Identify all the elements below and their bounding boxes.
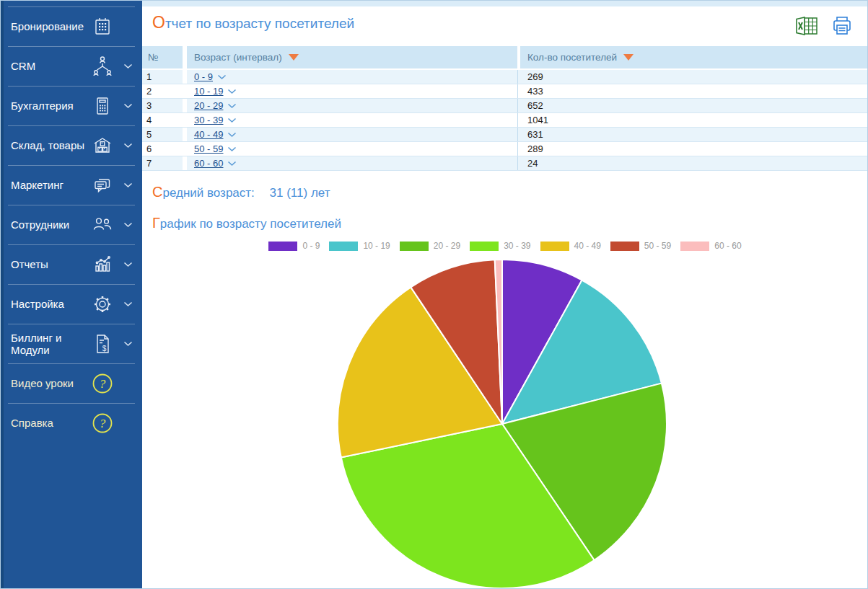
age-interval-cell: 10 - 19 (187, 84, 517, 98)
sidebar-item-label: Бронирование (11, 20, 86, 32)
gear-icon (86, 292, 119, 316)
legend-label: 40 - 49 (574, 241, 601, 251)
age-interval-link[interactable]: 50 - 59 (194, 143, 223, 154)
title-row: Отчет по возрасту посетителей (142, 6, 868, 37)
svg-text:?: ? (100, 377, 106, 391)
legend-swatch (540, 242, 569, 251)
sort-arrow-icon[interactable] (623, 54, 634, 61)
chevron-down-icon (119, 182, 136, 188)
sidebar-item-accounting[interactable]: Бухгалтерия (1, 87, 142, 125)
legend-swatch (470, 242, 499, 251)
visitor-count: 24 (520, 156, 868, 170)
org-chart-icon (86, 54, 119, 79)
chart-title: График по возрасту посетителей (152, 215, 868, 231)
average-age-row: Средний возраст: 31 (11) лет (152, 184, 868, 200)
legend-item: 0 - 9 (268, 241, 320, 251)
sidebar-item-help[interactable]: Справка? (1, 404, 142, 443)
chevron-down-icon[interactable] (227, 103, 237, 109)
age-interval-link[interactable]: 60 - 60 (194, 158, 223, 169)
column-header-visitor-count[interactable]: Кол-во посетителей (520, 46, 868, 68)
chevron-down-icon (119, 103, 136, 109)
sidebar-item-crm[interactable]: CRM (1, 47, 142, 86)
average-age-label: Средний возраст: (152, 186, 255, 200)
legend-label: 30 - 39 (504, 241, 530, 251)
chevron-down-icon[interactable] (227, 132, 237, 138)
age-interval-link[interactable]: 10 - 19 (194, 86, 223, 97)
sidebar-item-marketing[interactable]: Маркетинг (1, 166, 142, 205)
sidebar-item-label: Отчеты (11, 258, 86, 270)
page-title: Отчет по возрасту посетителей (152, 13, 354, 32)
sidebar-item-billing[interactable]: Биллинг и Модули$ (1, 324, 142, 363)
pie-chart-area (336, 258, 668, 588)
print-icon[interactable] (830, 15, 854, 37)
people-icon (86, 213, 119, 237)
sidebar-item-employees[interactable]: Сотрудники (1, 205, 142, 244)
sidebar-item-label: Бухгалтерия (11, 99, 86, 112)
table-row: 430 - 391041 (142, 113, 868, 128)
visitor-count: 433 (520, 84, 868, 98)
age-report-table: № Возраст (интервал) Кол-во посетителей … (142, 46, 868, 171)
svg-text:?: ? (100, 417, 106, 430)
sidebar: БронированиеCRMБухгалтерияСклад, товарыМ… (1, 1, 142, 588)
page-title-initial: О (152, 13, 165, 32)
table-row: 210 - 19433 (142, 84, 868, 99)
legend-label: 60 - 60 (714, 241, 741, 251)
sort-arrow-icon[interactable] (289, 54, 299, 61)
legend-swatch (329, 242, 358, 251)
age-interval-cell: 20 - 29 (187, 99, 517, 112)
legend-swatch (610, 242, 639, 251)
table-row: 650 - 59289 (142, 142, 868, 156)
legend-label: 20 - 29 (434, 241, 460, 251)
column-header-age-interval[interactable]: Возраст (интервал) (187, 46, 517, 68)
sidebar-item-warehouse[interactable]: Склад, товары (1, 126, 142, 165)
legend-item: 30 - 39 (470, 241, 530, 251)
legend-swatch (680, 242, 709, 251)
pie-chart[interactable] (336, 258, 668, 588)
chevron-down-icon (119, 341, 136, 347)
sidebar-item-label: Склад, товары (11, 139, 86, 151)
sidebar-item-label: Биллинг и Модули (11, 332, 86, 357)
chevron-down-icon[interactable] (227, 146, 237, 152)
table-row: 10 - 9269 (142, 70, 868, 84)
chevron-down-icon[interactable] (217, 74, 227, 80)
calendar-icon (86, 15, 119, 38)
question-icon: ? (86, 371, 119, 396)
age-interval-link[interactable]: 30 - 39 (194, 115, 223, 125)
row-number: 4 (142, 113, 183, 127)
age-interval-cell: 40 - 49 (187, 128, 517, 141)
calculator-icon (86, 94, 119, 118)
legend-item: 40 - 49 (540, 241, 601, 251)
age-interval-link[interactable]: 20 - 29 (194, 100, 223, 111)
sidebar-item-label: Настройка (11, 298, 86, 310)
age-interval-cell: 0 - 9 (187, 70, 517, 84)
sidebar-item-reports[interactable]: Отчеты (1, 245, 142, 284)
sidebar-item-video-lessons[interactable]: Видео уроки? (1, 364, 142, 403)
chevron-down-icon[interactable] (227, 161, 237, 167)
age-interval-link[interactable]: 0 - 9 (194, 71, 213, 82)
visitor-count: 269 (520, 70, 868, 84)
table-row: 320 - 29652 (142, 99, 868, 113)
row-number: 7 (142, 156, 183, 170)
legend-item: 20 - 29 (400, 241, 460, 251)
sidebar-item-booking[interactable]: Бронирование (1, 7, 142, 46)
row-number: 5 (142, 128, 183, 141)
sidebar-item-settings[interactable]: Настройка (1, 285, 142, 324)
table-body: 10 - 9269210 - 19433320 - 29652430 - 391… (142, 70, 868, 171)
chevron-down-icon (119, 143, 136, 149)
sidebar-item-label: Видео уроки (11, 377, 86, 389)
column-header-number: № (142, 46, 183, 68)
excel-export-icon[interactable] (794, 15, 819, 37)
chart-title-rest: рафик по возрасту посетителей (160, 217, 341, 231)
chevron-down-icon[interactable] (227, 118, 237, 123)
row-number: 6 (142, 142, 183, 156)
chevron-down-icon[interactable] (227, 89, 237, 94)
age-interval-cell: 60 - 60 (187, 156, 517, 170)
age-interval-cell: 30 - 39 (187, 113, 517, 127)
legend-label: 10 - 19 (363, 241, 390, 251)
table-header: № Возраст (интервал) Кол-во посетителей (142, 46, 868, 70)
question-icon: ? (86, 411, 119, 435)
app-window: БронированиеCRMБухгалтерияСклад, товарыМ… (0, 0, 868, 589)
row-number: 3 (142, 99, 183, 112)
age-interval-link[interactable]: 40 - 49 (194, 129, 223, 140)
legend-item: 60 - 60 (680, 241, 741, 251)
